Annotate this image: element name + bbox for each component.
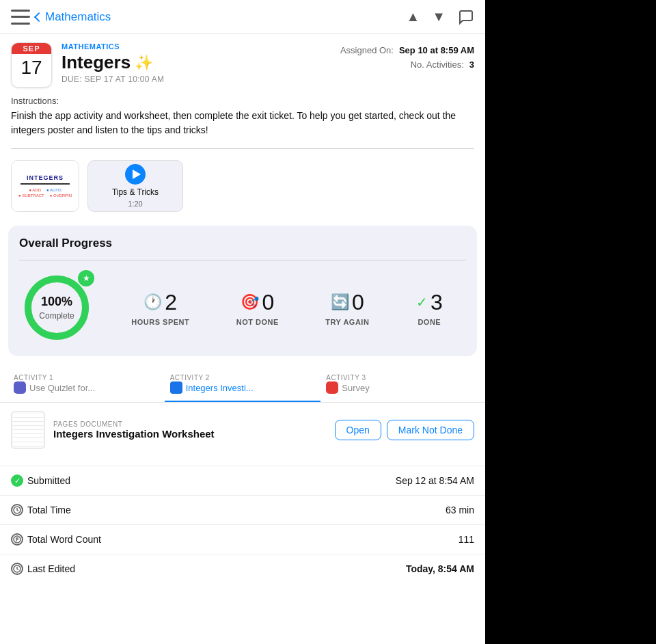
total-time-row: Total Time 63 min xyxy=(0,495,485,524)
calendar-badge: SEP 17 xyxy=(11,42,52,88)
sparkle-icon: ✨ xyxy=(135,54,153,72)
video-duration: 1:20 xyxy=(128,200,142,208)
tab-1-activity-label: ACTIVITY 1 xyxy=(14,374,159,381)
doc-info: PAGES DOCUMENT Integers Investigation Wo… xyxy=(53,420,327,440)
integers-poster: INTEGERS ● ADD ● AUTO ● SUBTRACT ● OVERP… xyxy=(12,161,79,211)
doc-actions: Open Mark Not Done xyxy=(335,420,474,440)
done-value: 3 xyxy=(430,290,443,315)
activities-label: No. Activities: xyxy=(411,59,464,70)
total-time-value: 63 min xyxy=(446,505,474,515)
submitted-check-icon: ✓ xyxy=(11,474,23,487)
play-button-icon xyxy=(125,164,146,185)
assigned-on-value: Sep 10 at 8:59 AM xyxy=(399,45,474,55)
comment-button[interactable] xyxy=(458,9,474,25)
video-thumb[interactable]: Tips & Tricks 1:20 xyxy=(87,160,183,212)
donut-label: 100% Complete xyxy=(39,295,74,321)
try-again-icon: 🔄 xyxy=(331,293,349,311)
top-content: SEP 17 MATHEMATICS Integers ✨ DUE: SEP 1… xyxy=(0,34,485,88)
sidebar-toggle-button[interactable] xyxy=(11,10,30,25)
not-done-value: 0 xyxy=(262,290,274,315)
try-again-value: 0 xyxy=(352,290,364,315)
progress-section: Overall Progress 100% Complete ★ 🕐 xyxy=(8,226,477,356)
tab-3-title: Survey xyxy=(342,383,369,393)
word-count-row: Total Word Count 111 xyxy=(0,524,485,554)
back-button[interactable]: Mathematics xyxy=(36,10,111,24)
doc-type: PAGES DOCUMENT xyxy=(53,420,327,428)
open-button[interactable]: Open xyxy=(335,420,381,440)
progress-title: Overall Progress xyxy=(19,237,466,250)
down-button[interactable]: ▼ xyxy=(432,9,446,25)
tab-activity-3[interactable]: ACTIVITY 3 Survey xyxy=(320,367,477,402)
word-count-value: 111 xyxy=(459,534,474,545)
try-again-label: TRY AGAIN xyxy=(325,318,369,326)
activities-value: 3 xyxy=(469,59,474,70)
done-stat: ✓ 3 DONE xyxy=(416,290,443,326)
try-again-stat: 🔄 0 TRY AGAIN xyxy=(325,290,369,326)
video-title: Tips & Tricks xyxy=(112,187,159,197)
hours-label: HOURS SPENT xyxy=(131,318,189,326)
tab-2-icon xyxy=(170,381,182,394)
done-label: DONE xyxy=(418,318,441,326)
cal-month: SEP xyxy=(12,43,51,54)
word-count-label: Total Word Count xyxy=(27,534,101,545)
subject-label: MATHEMATICS xyxy=(62,42,331,51)
total-time-label: Total Time xyxy=(27,505,71,515)
tab-2-title: Integers Investi... xyxy=(186,383,254,393)
word-count-icon xyxy=(11,533,23,546)
not-done-label: NOT DONE xyxy=(236,318,279,326)
last-edited-row: Last Edited Today, 8:54 AM xyxy=(0,554,485,583)
instructions-section: Instructions: Finish the app activity an… xyxy=(0,88,485,143)
tab-activity-2[interactable]: ACTIVITY 2 Integers Investi... xyxy=(165,367,321,402)
last-edited-clock-icon xyxy=(11,563,23,575)
tab-1-icon xyxy=(14,381,26,394)
activity-content: PAGES DOCUMENT Integers Investigation Wo… xyxy=(0,403,485,466)
attachments-row: INTEGERS ● ADD ● AUTO ● SUBTRACT ● OVERP… xyxy=(0,155,485,220)
submitted-label: Submitted xyxy=(27,475,70,486)
hours-spent-stat: 🕐 2 HOURS SPENT xyxy=(131,290,189,326)
hours-value: 2 xyxy=(165,290,177,315)
back-label: Mathematics xyxy=(45,10,111,24)
tab-2-activity-label: ACTIVITY 2 xyxy=(170,374,316,381)
assignment-title: Integers ✨ xyxy=(62,52,331,73)
assigned-on-label: Assigned On: xyxy=(340,45,394,55)
due-date: DUE: SEP 17 AT 10:00 AM xyxy=(62,75,331,84)
done-icon: ✓ xyxy=(416,294,428,310)
instructions-divider xyxy=(11,148,474,149)
nav-right: ▲ ▼ xyxy=(406,9,474,25)
stat-items: 🕐 2 HOURS SPENT 🎯 0 NOT DONE 🔄 0 xyxy=(108,290,466,326)
instructions-label: Instructions: xyxy=(11,96,474,106)
star-badge: ★ xyxy=(78,270,94,286)
total-time-clock-icon xyxy=(11,504,23,516)
doc-thumbnail xyxy=(11,411,45,449)
activity-tabs: ACTIVITY 1 Use Quizlet for... ACTIVITY 2… xyxy=(0,367,485,403)
last-edited-value: Today, 8:54 AM xyxy=(406,563,474,574)
donut-complete: Complete xyxy=(39,311,74,321)
cal-day: 17 xyxy=(12,54,51,81)
activities-row: No. Activities: 3 xyxy=(411,59,474,70)
submitted-row: ✓ Submitted Sep 12 at 8:54 AM xyxy=(0,466,485,495)
progress-stats: 100% Complete ★ 🕐 2 HOURS SPENT 🎯 xyxy=(19,270,466,345)
meta-info: Assigned On: Sep 10 at 8:59 AM No. Activ… xyxy=(340,42,474,88)
doc-name: Integers Investigation Worksheet xyxy=(53,428,327,440)
right-panel xyxy=(485,0,656,644)
assignment-header: SEP 17 MATHEMATICS Integers ✨ DUE: SEP 1… xyxy=(11,42,331,88)
tab-3-activity-label: ACTIVITY 3 xyxy=(326,374,472,381)
nav-bar: Mathematics ▲ ▼ xyxy=(0,0,485,34)
tab-3-icon xyxy=(326,381,338,394)
doc-row: PAGES DOCUMENT Integers Investigation Wo… xyxy=(11,411,474,449)
not-done-icon: 🎯 xyxy=(241,293,259,311)
clock-icon: 🕐 xyxy=(144,293,162,311)
chevron-left-icon xyxy=(34,12,44,21)
tab-1-title: Use Quizlet for... xyxy=(29,383,95,393)
mark-not-done-button[interactable]: Mark Not Done xyxy=(387,420,474,440)
donut-percent: 100% xyxy=(39,295,74,309)
submitted-value: Sep 12 at 8:54 AM xyxy=(396,475,474,486)
progress-divider xyxy=(19,260,466,260)
header-info: MATHEMATICS Integers ✨ DUE: SEP 17 AT 10… xyxy=(62,42,331,84)
last-edited-label: Last Edited xyxy=(27,563,75,574)
tab-activity-1[interactable]: ACTIVITY 1 Use Quizlet for... xyxy=(8,367,165,402)
nav-left: Mathematics xyxy=(11,10,111,25)
up-button[interactable]: ▲ xyxy=(406,9,420,25)
instructions-text: Finish the app activity and worksheet, t… xyxy=(11,109,474,137)
integers-poster-thumb[interactable]: INTEGERS ● ADD ● AUTO ● SUBTRACT ● OVERP… xyxy=(11,160,79,212)
